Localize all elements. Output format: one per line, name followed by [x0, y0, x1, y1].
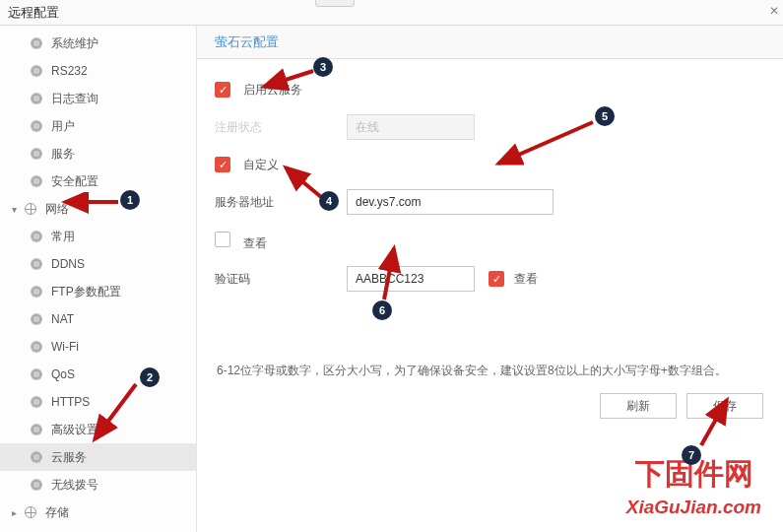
- sidebar-item-https[interactable]: HTTPS: [0, 388, 196, 416]
- gear-icon: [30, 395, 43, 409]
- view-checkbox[interactable]: [215, 232, 230, 247]
- sidebar-item-wireless-dial[interactable]: 无线拨号: [0, 471, 196, 499]
- sidebar-item-label: 安全配置: [51, 173, 98, 190]
- sidebar-item-label: 服务: [51, 146, 75, 163]
- sidebar-item-log-query[interactable]: 日志查询: [0, 85, 196, 112]
- gear-icon: [30, 230, 43, 243]
- save-button[interactable]: 保存: [686, 393, 763, 419]
- gear-icon: [30, 340, 43, 354]
- globe-icon: [24, 505, 37, 519]
- title-tab-handle[interactable]: [315, 0, 355, 7]
- server-address-input[interactable]: [347, 189, 554, 215]
- sidebar-item-nat[interactable]: NAT: [0, 305, 196, 333]
- sidebar-item-rs232[interactable]: RS232: [0, 57, 196, 85]
- sidebar-item-label: HTTPS: [51, 395, 90, 409]
- sidebar-item-system-maintain[interactable]: 系统维护: [0, 30, 196, 57]
- sidebar-item-label: 用户: [51, 118, 75, 135]
- refresh-button[interactable]: 刷新: [600, 393, 677, 419]
- custom-checkbox[interactable]: [215, 157, 230, 172]
- view-label: 查看: [243, 236, 267, 250]
- close-icon[interactable]: ✕: [769, 4, 779, 18]
- sidebar-item-label: 高级设置: [51, 422, 98, 438]
- sidebar-item-label: 日志查询: [51, 91, 98, 107]
- gear-icon: [30, 423, 43, 436]
- sidebar-item-label: QoS: [51, 367, 75, 381]
- custom-label: 自定义: [243, 158, 279, 171]
- sidebar-item-user[interactable]: 用户: [0, 112, 196, 140]
- main-panel: 萤石云配置 启用云服务 注册状态 自定义 服务器地址: [197, 26, 783, 532]
- sidebar-item-advanced[interactable]: 高级设置: [0, 416, 196, 443]
- gear-icon: [30, 64, 43, 78]
- gear-icon: [30, 312, 43, 326]
- sidebar-item-cloud[interactable]: 云服务: [0, 443, 196, 471]
- sidebar-item-label: Wi-Fi: [51, 340, 79, 354]
- sidebar-item-label: DDNS: [51, 257, 85, 271]
- register-status-field: [347, 114, 475, 140]
- sidebar-item-qos[interactable]: QoS: [0, 361, 196, 388]
- server-address-label: 服务器地址: [209, 194, 347, 211]
- window-titlebar: 远程配置 ✕: [0, 0, 783, 26]
- view2-checkbox[interactable]: [489, 271, 504, 287]
- sidebar-item-label: 常用: [51, 229, 75, 245]
- gear-icon: [30, 147, 43, 161]
- gear-icon: [30, 478, 43, 492]
- sidebar-item-label: 存储: [45, 504, 69, 521]
- sidebar-item-label: 网络: [45, 201, 69, 218]
- sidebar-item-security[interactable]: 安全配置: [0, 167, 196, 195]
- gear-icon: [30, 36, 43, 50]
- globe-icon: [24, 202, 37, 216]
- sidebar-item-common[interactable]: 常用: [0, 223, 196, 250]
- sidebar: 系统维护 RS232 日志查询 用户 服务 安全配置 ▾网络 常用 DDNS F…: [0, 26, 197, 532]
- enable-cloud-checkbox[interactable]: [215, 82, 230, 98]
- sidebar-item-label: 系统维护: [51, 35, 98, 52]
- collapse-icon: ▾: [12, 204, 22, 215]
- sidebar-item-network[interactable]: ▾网络: [0, 195, 196, 223]
- sidebar-item-label: 云服务: [51, 449, 87, 466]
- sidebar-item-label: FTP参数配置: [51, 284, 121, 300]
- sidebar-item-label: NAT: [51, 312, 74, 326]
- verify-code-label: 验证码: [209, 271, 347, 288]
- gear-icon: [30, 285, 43, 299]
- gear-icon: [30, 450, 43, 464]
- enable-cloud-label: 启用云服务: [243, 83, 302, 97]
- help-text: 6-12位字母或数字，区分大小写，为了确保设备安全，建议设置8位以上的大小写字母…: [217, 363, 771, 379]
- gear-icon: [30, 367, 43, 381]
- gear-icon: [30, 119, 43, 133]
- gear-icon: [30, 92, 43, 105]
- register-status-label: 注册状态: [209, 119, 347, 136]
- sidebar-item-service[interactable]: 服务: [0, 140, 196, 167]
- sidebar-item-label: 无线拨号: [51, 477, 98, 494]
- sidebar-item-label: RS232: [51, 64, 88, 78]
- sidebar-item-storage[interactable]: ▸存储: [0, 499, 196, 526]
- gear-icon: [30, 257, 43, 271]
- sidebar-item-wifi[interactable]: Wi-Fi: [0, 333, 196, 361]
- sidebar-item-ddns[interactable]: DDNS: [0, 250, 196, 278]
- sidebar-item-ftp[interactable]: FTP参数配置: [0, 278, 196, 305]
- expand-icon: ▸: [12, 507, 22, 518]
- gear-icon: [30, 174, 43, 188]
- window-title: 远程配置: [8, 5, 59, 20]
- view2-label: 查看: [514, 271, 538, 288]
- verify-code-input[interactable]: [347, 266, 475, 292]
- page-title: 萤石云配置: [197, 26, 783, 59]
